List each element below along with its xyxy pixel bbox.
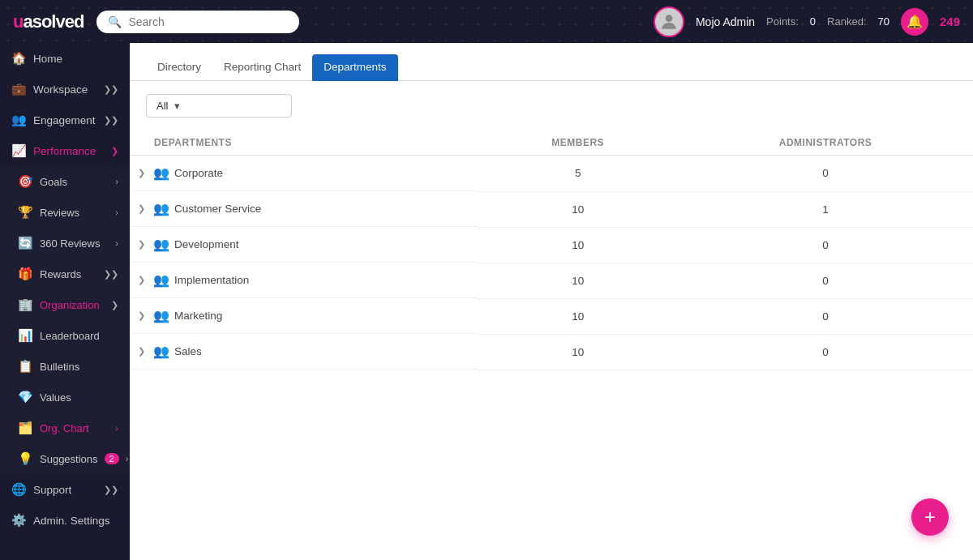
- sidebar: 🏠 Home 💼 Workspace ❯❯ 👥 Engagement ❯❯ 📈 …: [0, 43, 130, 560]
- col-departments: DEPARTMENTS: [130, 130, 478, 156]
- sidebar-item-rewards[interactable]: 🎁 Rewards ❯❯: [0, 259, 130, 289]
- dept-members-cell: 10: [478, 334, 678, 370]
- dept-group-icon: 👥: [153, 344, 169, 359]
- chevron-right-icon: ›: [115, 238, 118, 248]
- search-bar[interactable]: 🔍: [96, 11, 299, 33]
- sidebar-item-label: Organization: [40, 299, 100, 311]
- sidebar-item-label: Workspace: [33, 83, 88, 96]
- sidebar-item-organization[interactable]: 🏢 Organization ❯: [0, 289, 130, 320]
- tab-directory[interactable]: Directory: [146, 54, 212, 81]
- dept-name: Customer Service: [174, 203, 261, 215]
- notification-count: 249: [940, 15, 960, 28]
- points-value: 0: [810, 15, 816, 28]
- values-icon: 💎: [18, 390, 33, 404]
- dept-members-cell: 10: [478, 227, 678, 263]
- sidebar-item-engagement[interactable]: 👥 Engagement ❯❯: [0, 105, 130, 135]
- sidebar-item-label: Home: [33, 53, 62, 65]
- sidebar-item-label: Values: [40, 391, 71, 404]
- search-icon: 🔍: [108, 15, 122, 28]
- main-layout: 🏠 Home 💼 Workspace ❯❯ 👥 Engagement ❯❯ 📈 …: [0, 43, 973, 560]
- svg-point-0: [666, 15, 673, 22]
- sidebar-item-workspace[interactable]: 💼 Workspace ❯❯: [0, 74, 130, 105]
- sidebar-item-bulletins[interactable]: 📋 Bulletins: [0, 351, 130, 382]
- sidebar-item-values[interactable]: 💎 Values: [0, 382, 130, 413]
- avatar-icon: [658, 11, 679, 32]
- chevron-right-icon: ›: [126, 454, 129, 464]
- filter-dropdown[interactable]: All ▾: [146, 94, 292, 118]
- dept-members-cell: 10: [478, 191, 678, 227]
- points-label: Points:: [766, 15, 799, 28]
- dept-name: Sales: [174, 345, 202, 357]
- dept-name: Implementation: [174, 274, 249, 286]
- sidebar-item-label: Engagement: [33, 114, 96, 126]
- chevron-down-icon: ❯: [138, 346, 145, 357]
- content-area: Directory Reporting Chart Departments Al…: [130, 43, 973, 560]
- goals-icon: 🎯: [18, 174, 33, 189]
- table-row[interactable]: ❯ 👥 Implementation 10 0: [130, 263, 973, 298]
- sidebar-item-label: Support: [33, 484, 71, 496]
- table-row[interactable]: ❯ 👥 Marketing 10 0: [130, 298, 973, 334]
- col-administrators: ADMINISTRATORS: [678, 130, 973, 156]
- performance-submenu: 🎯 Goals › 🏆 Reviews › 🔄 360 Reviews › 🎁 …: [0, 166, 130, 474]
- sidebar-item-reviews[interactable]: 🏆 Reviews ›: [0, 197, 130, 228]
- filter-row: All ▾: [130, 81, 973, 130]
- dept-name-cell: ❯ 👥 Implementation: [130, 263, 478, 298]
- sidebar-item-home[interactable]: 🏠 Home: [0, 43, 130, 74]
- chevron-right-icon: ❯❯: [104, 485, 118, 495]
- search-input[interactable]: [128, 15, 288, 28]
- sidebar-item-label: Goals: [40, 176, 67, 188]
- home-icon: 🏠: [11, 51, 27, 66]
- sidebar-item-goals[interactable]: 🎯 Goals ›: [0, 166, 130, 197]
- dept-name-cell: ❯ 👥 Sales: [130, 334, 478, 370]
- table-row[interactable]: ❯ 👥 Corporate 5 0: [130, 156, 973, 192]
- bulletins-icon: 📋: [18, 359, 33, 374]
- engagement-icon: 👥: [11, 113, 27, 127]
- header-right: Mojo Admin Points: 0 Ranked: 70 🔔 249: [654, 6, 960, 37]
- ranked-value: 70: [878, 15, 889, 28]
- 360reviews-icon: 🔄: [18, 236, 33, 250]
- sidebar-item-leaderboard[interactable]: 📊 Leaderboard: [0, 320, 130, 351]
- dept-admins-cell: 0: [678, 263, 973, 298]
- dept-name-cell: ❯ 👥 Development: [130, 227, 478, 263]
- tab-reporting-chart[interactable]: Reporting Chart: [212, 54, 312, 81]
- sidebar-item-admin-settings[interactable]: ⚙️ Admin. Settings: [0, 505, 130, 536]
- fab-button[interactable]: +: [911, 498, 949, 536]
- suggestions-badge: 2: [105, 453, 119, 464]
- workspace-icon: 💼: [11, 82, 27, 96]
- chevron-down-icon: ❯: [138, 239, 145, 250]
- sidebar-item-360reviews[interactable]: 🔄 360 Reviews ›: [0, 228, 130, 259]
- chevron-right-icon: ❯❯: [104, 115, 118, 126]
- chevron-down-icon: ▾: [174, 100, 180, 112]
- table-row[interactable]: ❯ 👥 Development 10 0: [130, 227, 973, 263]
- dept-group-icon: 👥: [153, 308, 169, 323]
- sidebar-item-org-chart[interactable]: 🗂️ Org. Chart ›: [0, 413, 130, 443]
- dept-name-cell: ❯ 👥 Marketing: [130, 298, 478, 334]
- dept-admins-cell: 0: [678, 334, 973, 370]
- dept-members-cell: 10: [478, 263, 678, 298]
- sidebar-item-support[interactable]: 🌐 Support ❯❯: [0, 474, 130, 505]
- avatar: [654, 6, 684, 37]
- dept-name-cell: ❯ 👥 Corporate: [130, 156, 478, 191]
- leaderboard-icon: 📊: [18, 328, 33, 343]
- dept-group-icon: 👥: [153, 237, 169, 252]
- dept-group-icon: 👥: [153, 165, 169, 181]
- chevron-right-icon: ❯❯: [104, 269, 118, 280]
- dept-name: Marketing: [174, 310, 222, 322]
- chevron-down-icon: ❯: [138, 203, 145, 214]
- sidebar-item-label: Admin. Settings: [33, 515, 110, 527]
- dept-name: Development: [174, 238, 239, 250]
- performance-icon: 📈: [11, 143, 27, 158]
- sidebar-item-performance[interactable]: 📈 Performance ❯: [0, 135, 130, 166]
- user-name: Mojo Admin: [696, 15, 755, 28]
- sidebar-item-label: 360 Reviews: [40, 237, 100, 250]
- dept-admins-cell: 0: [678, 298, 973, 334]
- rewards-icon: 🎁: [18, 267, 33, 281]
- table-row[interactable]: ❯ 👥 Customer Service 10 1: [130, 191, 973, 227]
- tab-departments[interactable]: Departments: [312, 54, 397, 81]
- notification-bell[interactable]: 🔔: [901, 8, 928, 36]
- dept-admins-cell: 1: [678, 191, 973, 227]
- table-row[interactable]: ❯ 👥 Sales 10 0: [130, 334, 973, 370]
- sidebar-item-suggestions[interactable]: 💡 Suggestions 2 ›: [0, 443, 130, 474]
- org-chart-icon: 🗂️: [18, 421, 33, 435]
- chevron-right-icon: ›: [115, 423, 118, 433]
